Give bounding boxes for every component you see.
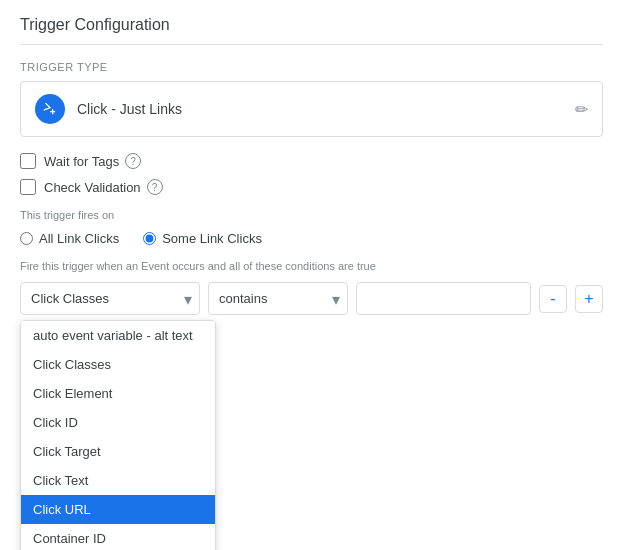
list-item[interactable]: Click Classes	[21, 350, 215, 379]
cursor-icon	[42, 101, 58, 117]
wait-for-tags-row: Wait for Tags ?	[20, 153, 603, 169]
trigger-type-name: Click - Just Links	[77, 101, 575, 117]
variable-dropdown-list: auto event variable - alt textClick Clas…	[20, 320, 216, 550]
page-container: Trigger Configuration Trigger Type Click…	[0, 0, 623, 339]
check-validation-help-icon[interactable]: ?	[147, 179, 163, 195]
variable-dropdown-wrapper: auto event variable - alt textClick Clas…	[20, 282, 200, 315]
trigger-type-box[interactable]: Click - Just Links ✏	[20, 81, 603, 137]
trigger-type-label: Trigger Type	[20, 61, 603, 73]
conditions-label: Fire this trigger when an Event occurs a…	[20, 260, 603, 272]
some-clicks-radio[interactable]	[143, 232, 156, 245]
list-item[interactable]: auto event variable - alt text	[21, 321, 215, 350]
list-item[interactable]: Container ID	[21, 524, 215, 550]
operator-dropdown-wrapper: containsequalsstarts withends withmatche…	[208, 282, 348, 315]
all-clicks-option[interactable]: All Link Clicks	[20, 231, 119, 246]
check-validation-row: Check Validation ?	[20, 179, 603, 195]
condition-value-input[interactable]	[356, 282, 531, 315]
wait-for-tags-label[interactable]: Wait for Tags	[44, 154, 119, 169]
edit-icon[interactable]: ✏	[575, 100, 588, 119]
check-validation-label[interactable]: Check Validation	[44, 180, 141, 195]
condition-row: auto event variable - alt textClick Clas…	[20, 282, 603, 315]
list-item[interactable]: Click Text	[21, 466, 215, 495]
list-item[interactable]: Click Element	[21, 379, 215, 408]
list-item[interactable]: Click URL	[21, 495, 215, 524]
variable-dropdown[interactable]: auto event variable - alt textClick Clas…	[20, 282, 200, 315]
all-clicks-radio[interactable]	[20, 232, 33, 245]
list-item[interactable]: Click Target	[21, 437, 215, 466]
some-clicks-option[interactable]: Some Link Clicks	[143, 231, 262, 246]
add-condition-button[interactable]: +	[575, 285, 603, 313]
operator-dropdown[interactable]: containsequalsstarts withends withmatche…	[208, 282, 348, 315]
check-validation-checkbox[interactable]	[20, 179, 36, 195]
wait-for-tags-help-icon[interactable]: ?	[125, 153, 141, 169]
all-clicks-label: All Link Clicks	[39, 231, 119, 246]
page-title: Trigger Configuration	[20, 16, 603, 45]
some-clicks-label: Some Link Clicks	[162, 231, 262, 246]
radio-row: All Link Clicks Some Link Clicks	[20, 231, 603, 246]
fires-on-label: This trigger fires on	[20, 209, 603, 221]
trigger-type-icon	[35, 94, 65, 124]
list-item[interactable]: Click ID	[21, 408, 215, 437]
fires-on-section: This trigger fires on All Link Clicks So…	[20, 209, 603, 246]
remove-condition-button[interactable]: -	[539, 285, 567, 313]
wait-for-tags-checkbox[interactable]	[20, 153, 36, 169]
